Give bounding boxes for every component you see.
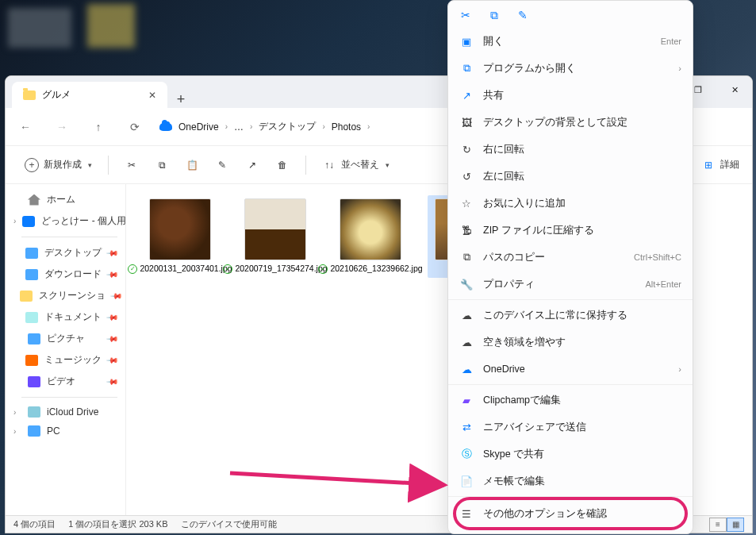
separator (108, 156, 109, 175)
copy-icon: ⧉ (155, 158, 169, 172)
breadcrumb-item[interactable]: Photos (332, 121, 361, 133)
ctx-copy-path[interactable]: ⧉パスのコピーCtrl+Shift+C (448, 244, 693, 271)
nav-up-button[interactable]: ↑ (86, 121, 110, 133)
sidebar-icloud[interactable]: ›iCloud Drive (6, 402, 125, 421)
new-button[interactable]: + 新規作成 ▾ (18, 153, 98, 177)
tab-close-button[interactable]: ✕ (148, 90, 156, 101)
ctx-rotate-left[interactable]: ↺左に回転 (448, 163, 693, 190)
view-list-button[interactable]: ≡ (709, 518, 727, 532)
details-button[interactable]: ⊞ 詳細 (701, 158, 739, 172)
zip-icon: 🗜 (459, 223, 474, 237)
pin-icon: 📌 (106, 310, 119, 323)
more-options-icon: ☰ (459, 506, 474, 521)
ctx-zip[interactable]: 🗜ZIP ファイルに圧縮する (448, 217, 693, 244)
cut-button[interactable]: ✂ (118, 153, 145, 177)
folder-icon (23, 90, 36, 100)
rename-icon: ✎ (215, 158, 229, 172)
pin-icon: 📌 (106, 268, 119, 280)
ctx-rotate-right[interactable]: ↻右に回転 (448, 136, 693, 163)
details-icon: ⊞ (701, 158, 716, 172)
ctx-nearby-share[interactable]: ⇄ニアバイシェアで送信 (448, 414, 693, 441)
view-icons-button[interactable]: ▦ (727, 518, 744, 532)
ctx-properties[interactable]: 🔧プロパティAlt+Enter (448, 271, 693, 298)
separator (448, 496, 693, 497)
sort-label: 並べ替え (341, 158, 379, 171)
rename-button[interactable]: ✎ (209, 153, 236, 177)
ctx-onedrive[interactable]: ☁OneDrive› (448, 356, 693, 383)
sidebar-documents[interactable]: ドキュメント📌 (6, 306, 125, 328)
desktop-icon-blurred (8, 8, 71, 48)
new-tab-button[interactable]: + (167, 91, 194, 108)
nav-refresh-button[interactable]: ⟳ (123, 121, 147, 133)
open-icon: ▣ (459, 34, 474, 48)
rename-icon[interactable]: ✎ (515, 7, 531, 23)
chevron-right-icon: › (225, 122, 228, 131)
separator (305, 156, 306, 175)
document-icon (25, 312, 38, 323)
nearby-icon: ⇄ (459, 420, 474, 434)
sidebar-desktop[interactable]: デスクトップ📌 (6, 242, 125, 264)
desktop-bg-icon: 🖼 (459, 115, 474, 129)
nav-forward-button[interactable]: → (50, 121, 74, 133)
details-label: 詳細 (720, 158, 739, 171)
ctx-notepad[interactable]: 📄メモ帳で編集 (448, 468, 693, 495)
navigation-pane: ホーム ›どっとけー - 個人用 デスクトップ📌 ダウンロード📌 スクリーンショ… (6, 184, 126, 515)
file-item[interactable]: 20210626_13239662.jpg (332, 195, 409, 278)
ctx-more-options[interactable]: ☰その他のオプションを確認 (448, 498, 693, 530)
chevron-right-icon: › (678, 364, 681, 374)
star-icon: ☆ (459, 196, 474, 210)
paste-button[interactable]: 📋 (178, 153, 205, 177)
separator (448, 384, 693, 385)
status-availability: このデバイスで使用可能 (181, 518, 277, 530)
file-item[interactable]: 20200719_17354274.jpg (237, 195, 313, 278)
sidebar-downloads[interactable]: ダウンロード📌 (6, 264, 125, 285)
ctx-always-keep[interactable]: ☁このデバイス上に常に保持する (448, 302, 693, 329)
chevron-down-icon: ▾ (88, 161, 92, 169)
ctx-favorite[interactable]: ☆お気に入りに追加 (448, 190, 693, 217)
share-button[interactable]: ↗ (239, 153, 266, 177)
breadcrumb-root[interactable]: OneDrive (178, 121, 219, 133)
copy-button[interactable]: ⧉ (148, 153, 175, 177)
sidebar-home[interactable]: ホーム (6, 189, 125, 210)
icloud-icon (28, 406, 40, 418)
breadcrumb-item[interactable]: デスクトップ (259, 120, 316, 133)
sidebar-pictures[interactable]: ピクチャ📌 (6, 328, 125, 349)
nav-back-button[interactable]: ← (13, 121, 37, 133)
sidebar-pc[interactable]: ›PC (6, 421, 125, 441)
desktop-icon-blurred (87, 4, 135, 48)
cut-icon[interactable]: ✂ (458, 7, 474, 23)
chevron-right-icon[interactable]: › (13, 217, 16, 225)
sidebar-music[interactable]: ミュージック📌 (6, 349, 125, 371)
svg-line-0 (230, 473, 444, 485)
ctx-open[interactable]: ▣開くEnter (448, 28, 693, 55)
ctx-set-background[interactable]: 🖼デスクトップの背景として設定 (448, 109, 693, 136)
delete-button[interactable]: 🗑 (269, 153, 296, 177)
share-icon: ↗ (459, 88, 474, 102)
breadcrumb-ellipsis[interactable]: … (234, 121, 244, 133)
cloud-check-icon: ☁ (459, 308, 474, 322)
copy-icon[interactable]: ⧉ (486, 7, 502, 23)
chevron-right-icon: › (250, 122, 252, 131)
sidebar-onedrive[interactable]: ›どっとけー - 個人用 (6, 210, 125, 232)
ctx-open-with[interactable]: ⧉プログラムから開く› (448, 55, 693, 82)
ctx-free-space[interactable]: ☁空き領域を増やす (448, 329, 693, 356)
sidebar-videos[interactable]: ビデオ📌 (6, 371, 125, 392)
sidebar-screenshots[interactable]: スクリーンショ📌 (6, 285, 125, 306)
window-close-button[interactable]: ✕ (716, 75, 753, 104)
ctx-clipchamp[interactable]: ▰Clipchampで編集 (448, 387, 693, 414)
ctx-skype[interactable]: ⓈSkype で共有 (448, 441, 693, 468)
sync-available-icon (128, 264, 137, 274)
desktop-icon (25, 248, 38, 259)
file-item[interactable]: 20200131_20037401.jpg (142, 195, 218, 278)
onedrive-icon: ☁ (459, 362, 474, 376)
ctx-share[interactable]: ↗共有 (448, 82, 693, 109)
notepad-icon: 📄 (459, 474, 474, 488)
chevron-right-icon[interactable]: › (13, 427, 21, 436)
context-menu: ✂ ⧉ ✎ ▣開くEnter ⧉プログラムから開く› ↗共有 🖼デスクトップの背… (447, 0, 693, 534)
sort-button[interactable]: ↑↓ 並べ替え ▾ (316, 153, 396, 177)
rotate-right-icon: ↻ (459, 142, 474, 156)
copy-path-icon: ⧉ (459, 250, 474, 264)
chevron-right-icon[interactable]: › (13, 408, 21, 417)
tab-active[interactable]: グルメ ✕ (12, 82, 167, 108)
status-item-count: 4 個の項目 (13, 518, 56, 530)
